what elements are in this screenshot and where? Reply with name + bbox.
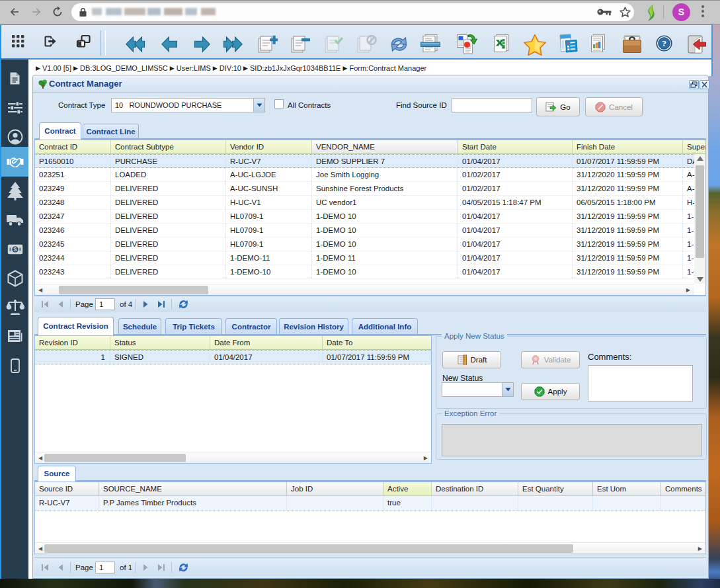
- svg-text:$: $: [13, 245, 17, 253]
- svg-text:?: ?: [662, 38, 666, 48]
